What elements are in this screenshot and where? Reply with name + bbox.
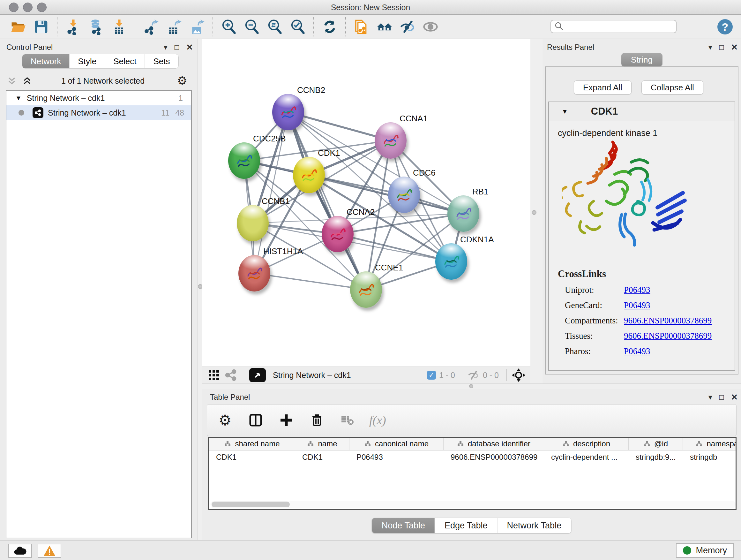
splitter-handle[interactable] [469, 384, 473, 388]
splitter-handle[interactable] [198, 284, 203, 289]
table-cell[interactable]: CDK1 [295, 453, 349, 462]
tab-node-table[interactable]: Node Table [372, 518, 435, 533]
float-panel-icon[interactable]: □ [719, 43, 724, 52]
network-edge[interactable] [254, 273, 366, 290]
panel-menu-icon[interactable]: ▾ [164, 43, 167, 52]
import-table-button[interactable] [109, 17, 129, 37]
crosslink-link[interactable]: P06493 [624, 285, 650, 295]
share-view-icon[interactable] [225, 369, 238, 381]
add-column-icon[interactable] [277, 411, 295, 429]
table-cell[interactable]: CDK1 [209, 453, 295, 462]
float-panel-icon[interactable]: □ [719, 393, 724, 401]
expand-all-button[interactable]: Expand All [574, 80, 631, 95]
network-node-CCNE1[interactable] [350, 271, 382, 308]
cloud-status-button[interactable] [8, 544, 32, 558]
scrollbar-thumb[interactable] [212, 502, 290, 507]
network-edge[interactable] [309, 175, 463, 213]
show-eye-button[interactable] [421, 17, 441, 37]
network-node-CCNA2[interactable] [322, 216, 354, 252]
grid-view-icon[interactable] [207, 369, 220, 381]
export-image-button[interactable] [187, 17, 207, 37]
crosslink-link[interactable]: P06493 [624, 300, 650, 310]
column-header-description[interactable]: description [544, 438, 629, 450]
table-cell[interactable]: cyclin-dependent ... [544, 453, 629, 462]
network-canvas[interactable]: CCNB2CCNA1CDC25BCDK1CDC6RB1CCNB1CCNA2CDK… [202, 39, 530, 367]
node-table[interactable]: shared namenamecanonical namedatabase id… [208, 437, 737, 510]
expand-all-icon[interactable] [22, 75, 32, 86]
network-node-RB1[interactable] [448, 195, 479, 232]
fit-content-crosshair-icon[interactable] [511, 368, 526, 382]
zoom-out-button[interactable] [242, 17, 262, 37]
import-network-database-button[interactable] [86, 17, 106, 37]
tab-network-table[interactable]: Network Table [497, 518, 571, 533]
network-node-HIST1H1A[interactable] [239, 255, 270, 292]
export-network-button[interactable] [141, 17, 161, 37]
table-cell[interactable]: 9606.ENSP00000378699 [444, 453, 544, 462]
float-panel-icon[interactable]: □ [175, 43, 179, 52]
network-node-CCNB2[interactable] [272, 94, 304, 130]
crosslink-link[interactable]: 9606.ENSP00000378699 [624, 316, 712, 326]
close-panel-icon[interactable]: ✕ [186, 43, 193, 52]
tab-network[interactable]: Network [22, 54, 70, 68]
tab-select[interactable]: Select [105, 54, 145, 68]
panel-menu-icon[interactable]: ▾ [709, 43, 712, 52]
crosslink-link[interactable]: P06493 [624, 347, 650, 356]
close-panel-icon[interactable]: ✕ [731, 43, 738, 52]
delete-table-icon[interactable] [339, 411, 356, 429]
panel-menu-icon[interactable]: ▾ [709, 393, 712, 401]
table-h-scrollbar[interactable] [210, 501, 736, 508]
network-node-CDC6[interactable] [388, 177, 420, 213]
tab-style[interactable]: Style [70, 54, 105, 68]
network-node-CDK1[interactable] [293, 157, 325, 193]
export-table-button[interactable] [164, 17, 184, 37]
function-builder-icon[interactable]: f(x) [369, 413, 386, 427]
tab-sets[interactable]: Sets [145, 54, 179, 68]
network-row[interactable]: String Network – cdk1 11 48 [6, 105, 191, 120]
column-header-@id[interactable]: @id [629, 438, 683, 450]
tab-string[interactable]: String [621, 53, 662, 66]
horizontal-splitter[interactable] [202, 383, 741, 389]
table-row[interactable]: CDK1CDK1P064939606.ENSP00000378699cyclin… [209, 450, 736, 464]
delete-column-trash-icon[interactable] [308, 411, 326, 429]
search-input[interactable] [550, 20, 677, 33]
home-button[interactable] [375, 17, 394, 37]
zoom-in-button[interactable] [219, 17, 239, 37]
collapse-all-button[interactable]: Collapse All [642, 80, 703, 95]
collapse-all-icon[interactable] [6, 75, 17, 86]
crosslink-link[interactable]: 9606.ENSP00000378699 [624, 331, 712, 341]
column-header-namespace[interactable]: namespace [683, 438, 737, 450]
left-splitter[interactable] [198, 39, 202, 540]
import-network-button[interactable] [63, 17, 83, 37]
network-collection-row[interactable]: ▼ String Network – cdk1 1 [6, 91, 191, 105]
gene-section-header[interactable]: ▼ CDK1 [549, 102, 735, 121]
column-header-name[interactable]: name [295, 438, 349, 450]
zoom-selected-button[interactable] [288, 17, 308, 37]
tree-expander-icon[interactable]: ▼ [15, 95, 22, 102]
column-header-canonical-name[interactable]: canonical name [349, 438, 444, 450]
tab-edge-table[interactable]: Edge Table [435, 518, 497, 533]
section-expander-icon[interactable]: ▼ [562, 108, 568, 115]
open-session-button[interactable] [8, 17, 28, 37]
table-cell[interactable]: P06493 [349, 453, 444, 462]
network-node-CDC25B[interactable] [228, 142, 260, 179]
column-header-database-identifier[interactable]: database identifier [444, 438, 544, 450]
table-cell[interactable]: stringdb:9... [629, 453, 683, 462]
save-session-button[interactable] [31, 17, 51, 37]
selected-checkbox-icon[interactable]: ✓ [427, 371, 436, 380]
close-panel-icon[interactable]: ✕ [731, 392, 738, 402]
network-node-CCNA1[interactable] [375, 122, 407, 159]
zoom-fit-button[interactable] [265, 17, 285, 37]
network-node-CCNB1[interactable] [237, 205, 269, 241]
network-node-CDKN1A[interactable] [435, 243, 467, 280]
warnings-button[interactable] [38, 544, 61, 558]
refresh-button[interactable] [320, 17, 340, 37]
show-columns-icon[interactable] [247, 411, 265, 429]
birdseye-toggle-icon[interactable] [249, 368, 266, 382]
hidden-eye-icon[interactable] [468, 369, 480, 381]
hide-panels-button[interactable] [398, 17, 417, 37]
network-edge[interactable] [288, 112, 366, 290]
table-cell[interactable]: stringdb [683, 453, 737, 462]
splitter-handle[interactable] [532, 210, 536, 215]
network-options-gear-icon[interactable]: ⚙ [173, 72, 191, 90]
help-button[interactable]: ? [718, 19, 733, 35]
